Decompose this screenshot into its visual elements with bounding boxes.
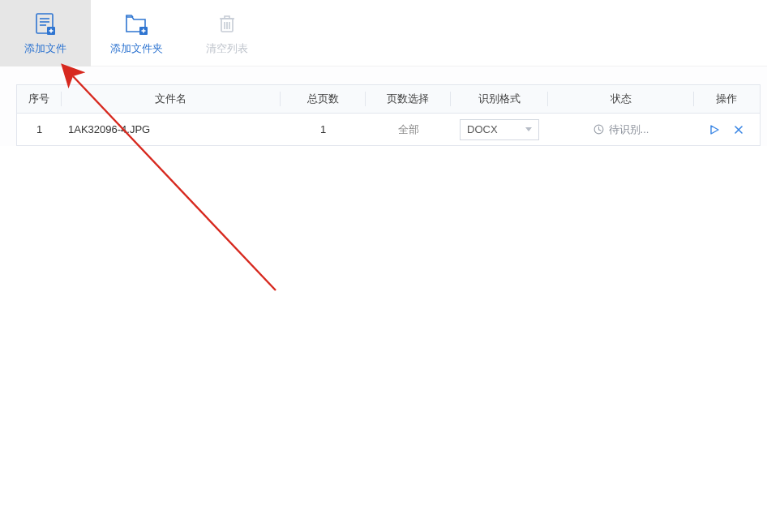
toolbar: 添加文件 添加文件夹 清空列表 — [0, 0, 767, 66]
file-table-area: 序号 文件名 总页数 页数选择 识别格式 状态 操作 1 1AK32096-4.… — [0, 66, 767, 146]
add-folder-icon — [123, 11, 149, 36]
cell-name: 1AK32096-4.JPG — [62, 123, 281, 135]
cell-range[interactable]: 全部 — [366, 122, 451, 137]
format-select-value: DOCX — [467, 123, 498, 135]
clear-list-label: 清空列表 — [206, 41, 248, 56]
add-file-label: 添加文件 — [24, 41, 66, 56]
status-text: 待识别... — [609, 122, 649, 137]
add-file-button[interactable]: 添加文件 — [0, 0, 91, 66]
clear-list-button[interactable]: 清空列表 — [182, 0, 272, 66]
add-file-icon — [32, 11, 58, 36]
remove-button[interactable] — [734, 125, 743, 135]
table-header-ops: 操作 — [694, 92, 759, 106]
table-header: 序号 文件名 总页数 页数选择 识别格式 状态 操作 — [16, 84, 761, 114]
chevron-down-icon — [525, 127, 532, 131]
table-header-seq: 序号 — [17, 92, 62, 106]
table-header-stat: 状态 — [548, 92, 694, 106]
add-folder-label: 添加文件夹 — [110, 41, 163, 56]
clock-icon — [593, 124, 604, 135]
cell-status: 待识别... — [548, 122, 694, 137]
cell-fmt: DOCX — [451, 119, 548, 140]
format-select[interactable]: DOCX — [460, 119, 539, 140]
cell-ops — [694, 125, 759, 135]
table-row: 1 1AK32096-4.JPG 1 全部 DOCX 待识别... — [16, 114, 761, 146]
table-header-pages: 总页数 — [281, 92, 366, 106]
trash-icon — [214, 11, 240, 36]
cell-pages: 1 — [281, 123, 366, 135]
start-button[interactable] — [709, 125, 719, 135]
add-folder-button[interactable]: 添加文件夹 — [91, 0, 182, 66]
table-header-name: 文件名 — [62, 92, 281, 106]
cell-seq: 1 — [17, 123, 62, 135]
table-header-fmt: 识别格式 — [451, 92, 548, 106]
table-header-range: 页数选择 — [366, 92, 451, 106]
